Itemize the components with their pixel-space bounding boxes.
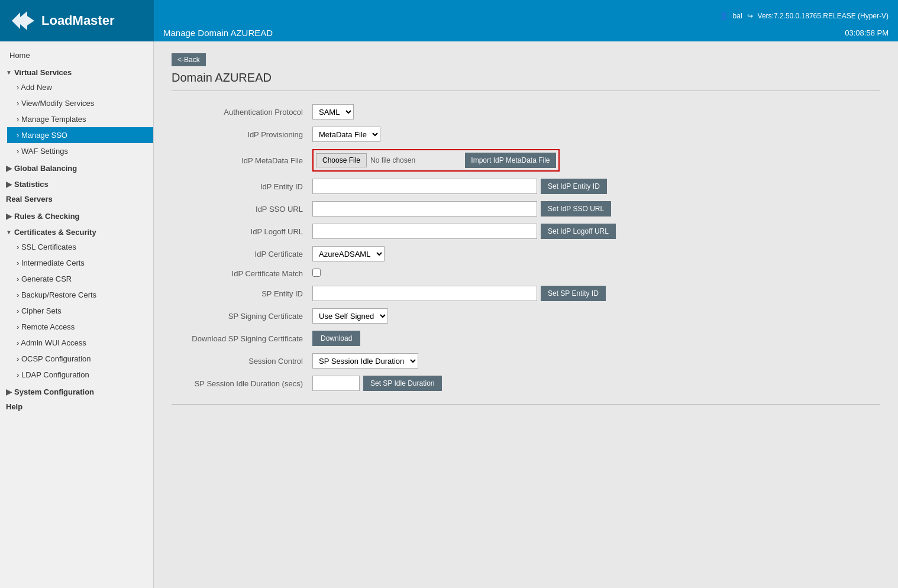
divider-top <box>172 91 880 91</box>
sidebar-item-intermediate-certs[interactable]: › Intermediate Certs <box>7 255 153 271</box>
idp-provisioning-value-cell: MetaData File <box>308 123 880 146</box>
header-time: 03:08:58 PM <box>845 28 889 37</box>
idp-certificate-select[interactable]: AzureADSAML <box>312 246 385 261</box>
idp-provisioning-select[interactable]: MetaData File <box>312 127 380 142</box>
header-version: Vers:7.2.50.0.18765.RELEASE (Hyper-V) <box>758 12 889 20</box>
idp-logoff-url-input[interactable]: https://login.microsoftonline.com/f59e41… <box>312 224 537 239</box>
session-control-select[interactable]: SP Session Idle Duration <box>312 353 418 369</box>
idp-certificate-value-cell: AzureADSAML <box>308 243 880 265</box>
idp-entity-id-value-cell: https://sts.windows.net/f59e4130-c2a2-4a… <box>308 175 880 198</box>
virtual-services-sub: › Add New › View/Modify Services › Manag… <box>0 79 153 159</box>
form-table: Authentication Protocol SAML IdP Provisi… <box>172 101 880 395</box>
svg-marker-0 <box>12 11 34 30</box>
set-idp-entity-button[interactable]: Set IdP Entity ID <box>541 179 607 194</box>
idp-logoff-url-value-cell: https://login.microsoftonline.com/f59e41… <box>308 220 880 243</box>
sidebar-item-home[interactable]: Home <box>0 47 153 63</box>
idp-sso-url-label: IdP SSO URL <box>172 198 308 220</box>
idp-sso-url-input[interactable]: https://login.microsoftonline.com/f59e41… <box>312 201 537 217</box>
sidebar-item-view-modify[interactable]: › View/Modify Services <box>7 95 153 111</box>
triangle-right-icon: ▶ <box>6 164 12 173</box>
sidebar-item-real-servers[interactable]: Real Servers <box>0 191 153 207</box>
header-subtitle: Manage Domain AZUREAD <box>163 28 273 38</box>
app-name: LoadMaster <box>41 13 114 28</box>
sidebar-section-certs[interactable]: ▼ Certificates & Security <box>0 223 153 239</box>
idp-certificate-label: IdP Certificate <box>172 243 308 265</box>
sp-signing-cert-select[interactable]: Use Self Signed <box>312 308 388 324</box>
choose-file-button[interactable]: Choose File <box>316 153 367 167</box>
sp-idle-duration-input[interactable]: 900 <box>312 376 360 391</box>
set-idp-logoff-button[interactable]: Set IdP Logoff URL <box>541 224 616 239</box>
back-button[interactable]: <-Back <box>172 53 206 66</box>
header-user: bal <box>733 12 742 20</box>
sp-entity-id-input[interactable]: https://corpapp.allabout365.com <box>312 286 537 301</box>
idp-entity-id-input[interactable]: https://sts.windows.net/f59e4130-c2a2-4a… <box>312 179 537 194</box>
download-button[interactable]: Download <box>312 331 360 346</box>
sidebar-item-manage-templates[interactable]: › Manage Templates <box>7 111 153 127</box>
sidebar-item-admin-wui[interactable]: › Admin WUI Access <box>7 335 153 351</box>
sidebar: Home ▼ Virtual Services › Add New › View… <box>0 41 154 588</box>
sp-signing-cert-row: SP Signing Certificate Use Self Signed <box>172 305 880 327</box>
idp-metadata-file-label: IdP MetaData File <box>172 146 308 175</box>
idp-cert-match-row: IdP Certificate Match <box>172 265 880 282</box>
logo-area: LoadMaster <box>0 0 154 41</box>
sidebar-item-waf-settings[interactable]: › WAF Settings <box>7 143 153 159</box>
download-sp-signing-label: Download SP Signing Certificate <box>172 327 308 350</box>
set-sp-entity-button[interactable]: Set SP Entity ID <box>541 286 606 301</box>
download-sp-signing-row: Download SP Signing Certificate Download <box>172 327 880 350</box>
sp-signing-cert-label: SP Signing Certificate <box>172 305 308 327</box>
file-input-container: Choose File No file chosen Import IdP Me… <box>312 149 560 172</box>
import-metadata-button[interactable]: Import IdP MetaData File <box>465 153 555 168</box>
sidebar-item-cipher-sets[interactable]: › Cipher Sets <box>7 303 153 319</box>
header-meta: 👤 bal ↪ Vers:7.2.50.0.18765.RELEASE (Hyp… <box>719 12 889 20</box>
sidebar-section-system-config[interactable]: ▶ System Configuration <box>0 383 153 399</box>
sp-entity-id-row: SP Entity ID https://corpapp.allabout365… <box>172 282 880 305</box>
auth-protocol-row: Authentication Protocol SAML <box>172 101 880 123</box>
sidebar-item-ssl-certs[interactable]: › SSL Certificates <box>7 239 153 255</box>
sidebar-item-add-new[interactable]: › Add New <box>7 79 153 95</box>
idp-metadata-file-value-cell: Choose File No file chosen Import IdP Me… <box>308 146 880 175</box>
idp-provisioning-label: IdP Provisioning <box>172 123 308 146</box>
triangle-down-icon2: ▼ <box>6 229 12 235</box>
sidebar-item-backup-certs[interactable]: › Backup/Restore Certs <box>7 287 153 303</box>
idp-entity-id-label: IdP Entity ID <box>172 175 308 198</box>
session-control-label: Session Control <box>172 350 308 372</box>
idp-certificate-row: IdP Certificate AzureADSAML <box>172 243 880 265</box>
auth-protocol-select[interactable]: SAML <box>312 104 354 119</box>
sidebar-section-virtual-services[interactable]: ▼ Virtual Services <box>0 63 153 79</box>
session-control-row: Session Control SP Session Idle Duration <box>172 350 880 372</box>
header-right: 👤 bal ↪ Vers:7.2.50.0.18765.RELEASE (Hyp… <box>154 0 898 41</box>
sidebar-item-remote-access[interactable]: › Remote Access <box>7 319 153 335</box>
user-icon: 👤 <box>719 12 728 20</box>
sp-idle-duration-value-cell: 900 Set SP Idle Duration <box>308 372 880 395</box>
sp-idle-duration-row: SP Session Idle Duration (secs) 900 Set … <box>172 372 880 395</box>
idp-logoff-url-row: IdP Logoff URL https://login.microsofton… <box>172 220 880 243</box>
session-control-value-cell: SP Session Idle Duration <box>308 350 880 372</box>
sidebar-section-statistics[interactable]: ▶ Statistics <box>0 175 153 191</box>
idp-sso-url-value-cell: https://login.microsoftonline.com/f59e41… <box>308 198 880 220</box>
idp-provisioning-row: IdP Provisioning MetaData File <box>172 123 880 146</box>
auth-protocol-label: Authentication Protocol <box>172 101 308 123</box>
sidebar-item-generate-csr[interactable]: › Generate CSR <box>7 271 153 287</box>
triangle-down-icon: ▼ <box>6 69 12 76</box>
sidebar-section-rules[interactable]: ▶ Rules & Checking <box>0 207 153 223</box>
triangle-right-icon3: ▶ <box>6 212 12 221</box>
set-idp-sso-button[interactable]: Set IdP SSO URL <box>541 201 611 217</box>
idp-metadata-file-row: IdP MetaData File Choose File No file ch… <box>172 146 880 175</box>
sidebar-item-help[interactable]: Help <box>0 399 153 415</box>
kemp-logo-icon <box>9 9 35 33</box>
set-idle-duration-button[interactable]: Set SP Idle Duration <box>363 376 442 391</box>
sp-entity-id-value-cell: https://corpapp.allabout365.com Set SP E… <box>308 282 880 305</box>
idp-cert-match-checkbox[interactable] <box>312 269 321 277</box>
logout-icon[interactable]: ↪ <box>747 12 753 20</box>
certs-security-label: Certificates & Security <box>14 228 96 237</box>
sidebar-item-ldap[interactable]: › LDAP Configuration <box>7 367 153 383</box>
sp-signing-cert-value-cell: Use Self Signed <box>308 305 880 327</box>
triangle-right-icon4: ▶ <box>6 387 12 396</box>
idp-cert-match-value-cell <box>308 265 880 282</box>
sidebar-item-manage-sso[interactable]: › Manage SSO <box>7 127 153 143</box>
sidebar-section-global-balancing[interactable]: ▶ Global Balancing <box>0 159 153 175</box>
sidebar-item-ocsp[interactable]: › OCSP Configuration <box>7 351 153 367</box>
triangle-right-icon2: ▶ <box>6 180 12 189</box>
idp-entity-id-row: IdP Entity ID https://sts.windows.net/f5… <box>172 175 880 198</box>
sp-entity-id-label: SP Entity ID <box>172 282 308 305</box>
